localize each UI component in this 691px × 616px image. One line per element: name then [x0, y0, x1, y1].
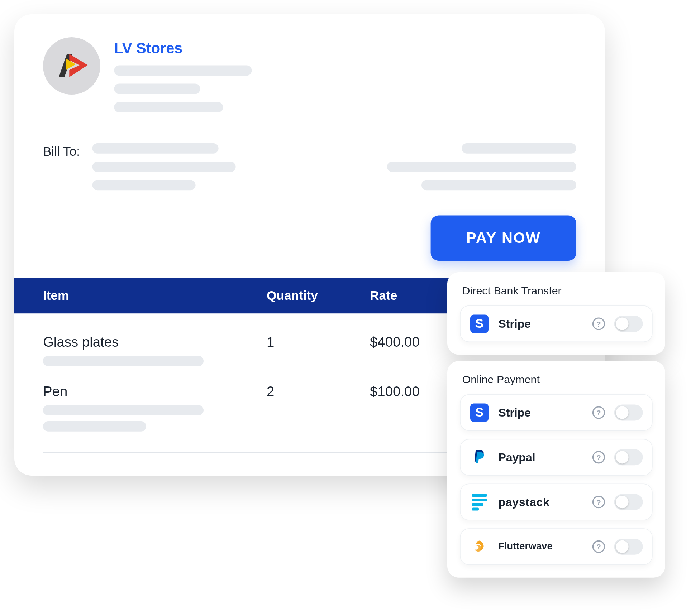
placeholder-line — [114, 65, 252, 76]
toggle-flutterwave[interactable] — [614, 539, 643, 555]
direct-bank-panel: Direct Bank Transfer S Stripe ? — [447, 272, 665, 355]
help-icon[interactable]: ? — [592, 496, 605, 508]
flutterwave-icon — [470, 537, 489, 556]
provider-row-flutterwave: Flutterwave ? — [460, 528, 653, 565]
item-name: Glass plates — [43, 334, 267, 350]
provider-name: Flutterwave — [498, 541, 583, 552]
toggle-stripe[interactable] — [614, 405, 643, 421]
provider-name: paystack — [498, 495, 583, 509]
toggle-paystack[interactable] — [614, 494, 643, 510]
toggle-paypal[interactable] — [614, 449, 643, 465]
store-name: LV Stores — [114, 39, 576, 57]
placeholder-line — [387, 162, 576, 172]
help-icon[interactable]: ? — [592, 406, 605, 419]
stripe-icon: S — [470, 314, 489, 333]
item-quantity: 1 — [267, 334, 370, 350]
placeholder-line — [92, 143, 219, 154]
billto-label: Bill To: — [43, 143, 80, 159]
online-payment-panel: Online Payment S Stripe ? Paypal ? payst… — [447, 361, 665, 578]
col-item: Item — [43, 288, 267, 303]
placeholder-line — [43, 356, 204, 366]
provider-row-paystack: paystack ? — [460, 483, 653, 520]
paypal-icon — [470, 448, 489, 467]
placeholder-line — [92, 162, 236, 172]
placeholder-line — [43, 405, 204, 415]
provider-name: Stripe — [498, 406, 583, 419]
item-name: Pen — [43, 383, 267, 399]
help-icon[interactable]: ? — [592, 451, 605, 463]
placeholder-line — [43, 421, 146, 432]
panel-title: Direct Bank Transfer — [460, 285, 653, 297]
store-logo-icon — [52, 46, 92, 86]
col-quantity: Quantity — [267, 288, 370, 303]
provider-name: Stripe — [498, 317, 583, 331]
store-logo — [43, 37, 100, 95]
paystack-icon — [470, 492, 489, 511]
pay-now-button[interactable]: PAY NOW — [431, 216, 576, 261]
help-icon[interactable]: ? — [592, 540, 605, 553]
provider-row-paypal: Paypal ? — [460, 439, 653, 476]
item-quantity: 2 — [267, 383, 370, 399]
placeholder-line — [114, 102, 223, 112]
invoice-header: LV Stores — [14, 14, 605, 132]
placeholder-line — [92, 180, 196, 190]
provider-row-stripe: S Stripe ? — [460, 394, 653, 431]
toggle-stripe-dbt[interactable] — [614, 316, 643, 332]
help-icon[interactable]: ? — [592, 317, 605, 330]
provider-row-stripe: S Stripe ? — [460, 305, 653, 342]
placeholder-line — [421, 180, 576, 190]
panel-title: Online Payment — [460, 374, 653, 386]
billto-section: Bill To: — [14, 132, 605, 216]
placeholder-line — [114, 84, 200, 94]
provider-name: Paypal — [498, 451, 583, 464]
placeholder-line — [462, 143, 576, 154]
stripe-icon: S — [470, 403, 489, 422]
